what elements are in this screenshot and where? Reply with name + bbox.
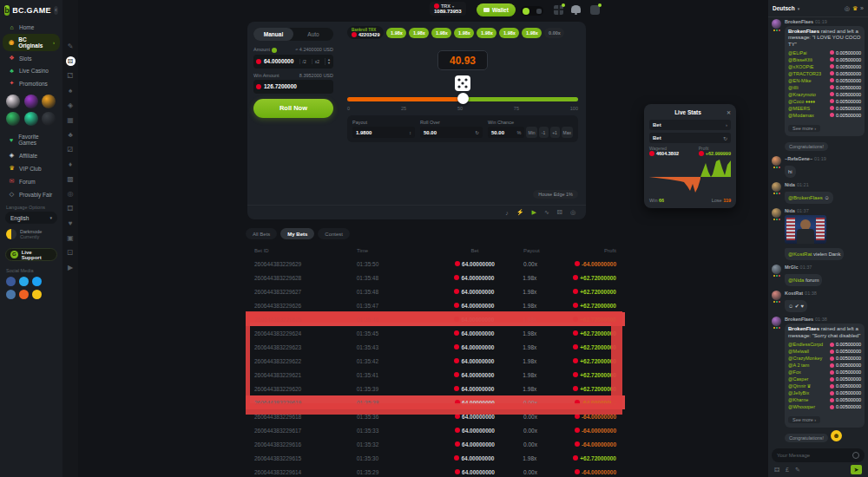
sidebar-item-promotions[interactable]: ✦ Promotions bbox=[3, 77, 60, 89]
table-row[interactable]: 260644383229615 01:35:30 64.00000000 1.9… bbox=[246, 451, 625, 465]
balance-display[interactable]: TRX ▾ 1089.73953 bbox=[430, 2, 466, 16]
chat-username[interactable]: BrokenFlaes01:19 bbox=[785, 19, 865, 24]
live-icon[interactable]: ▶ bbox=[532, 209, 536, 216]
avatar[interactable] bbox=[772, 208, 781, 218]
wallet-button[interactable]: Wallet bbox=[477, 3, 516, 16]
table-row[interactable]: 260644383229627 01:35:48 64.00000000 1.9… bbox=[246, 284, 625, 298]
rain-recipient-name[interactable]: @xXOOPtE bbox=[788, 64, 813, 69]
rain-recipient-name[interactable]: @EndlessCorpd bbox=[788, 342, 823, 347]
social-media-icon[interactable] bbox=[6, 290, 16, 299]
sound-icon[interactable]: ♪ bbox=[505, 210, 509, 216]
sidebar-item-home[interactable]: ⌂ Home bbox=[3, 22, 60, 33]
mention-link[interactable]: @Nida bbox=[788, 278, 804, 283]
live-stats-game-selector[interactable]: Bet› bbox=[649, 120, 731, 130]
featured-game-icon[interactable] bbox=[24, 95, 38, 108]
rain-recipient-name[interactable]: @Krazymoto bbox=[788, 92, 816, 97]
chat-image-meme[interactable] bbox=[785, 215, 826, 244]
payout-input[interactable]: 1.9800↕ bbox=[352, 127, 415, 138]
roll-over-input[interactable]: 50.00↻ bbox=[420, 127, 483, 138]
social-media-icon[interactable] bbox=[32, 290, 42, 299]
bet-amount-input[interactable]: 64.0000000 /2 x2 ▲▼ bbox=[253, 55, 333, 69]
rain-recipient-name[interactable]: @JellyBix bbox=[788, 390, 809, 395]
rain-recipient-name[interactable]: @MEERS bbox=[788, 106, 810, 111]
rail-game-icon[interactable]: ⚄ bbox=[66, 56, 76, 66]
table-row[interactable]: 260644383229621 01:35:41 64.00000000 1.9… bbox=[246, 368, 625, 382]
see-more-button[interactable]: See more › bbox=[788, 416, 820, 423]
table-row[interactable]: 260644383229622 01:35:42 64.00000000 1.9… bbox=[246, 354, 625, 368]
rail-game-icon[interactable]: ⚀ bbox=[66, 248, 76, 258]
help-icon[interactable] bbox=[272, 48, 277, 53]
see-more-button[interactable]: See more › bbox=[788, 125, 820, 132]
rain-recipient-name[interactable]: @Qinnir ♛ bbox=[788, 383, 812, 389]
theme-toggle[interactable]: Darkmode Currently bbox=[0, 224, 62, 245]
rail-game-icon[interactable]: ▶ bbox=[66, 263, 76, 272]
sidebar-item-favorite-games[interactable]: ♥ Favorite Games bbox=[3, 131, 60, 148]
rail-game-icon[interactable]: ◎ bbox=[66, 189, 76, 199]
roll-slider[interactable] bbox=[347, 94, 578, 104]
help-icon[interactable]: ◎ bbox=[570, 209, 575, 216]
chat-username[interactable]: Nida01:37 bbox=[785, 208, 865, 213]
social-media-icon[interactable] bbox=[19, 277, 29, 286]
sidebar-item-slots[interactable]: ❖ Slots bbox=[3, 52, 60, 64]
trophy-icon[interactable]: ♛ bbox=[852, 5, 858, 12]
collapse-chat-icon[interactable]: » bbox=[860, 5, 864, 11]
win-amount-input[interactable]: 126.7200000 bbox=[253, 80, 333, 94]
rail-game-icon[interactable]: ⚃ bbox=[66, 204, 76, 213]
rain-recipient-name[interactable]: @Casper bbox=[788, 376, 808, 382]
notifications-bell-icon[interactable] bbox=[571, 5, 581, 13]
chance-plus1-button[interactable]: +1 bbox=[550, 127, 560, 138]
bets-tab-contest[interactable]: Contest bbox=[318, 228, 350, 239]
featured-game-icon[interactable] bbox=[42, 95, 56, 108]
avatar[interactable] bbox=[772, 291, 781, 300]
rail-game-icon[interactable]: ▣ bbox=[66, 233, 76, 243]
table-row[interactable]: 260644383229623 01:35:43 64.00000000 1.9… bbox=[246, 340, 625, 354]
sidebar-item-vip-club[interactable]: ♛ VIP Club bbox=[3, 162, 60, 174]
sidebar-item-provably-fair[interactable]: ◇ Provably Fair bbox=[3, 188, 60, 200]
swap-icon[interactable]: ↕ bbox=[409, 130, 411, 135]
rain-recipient-name[interactable]: @Fox bbox=[788, 369, 801, 375]
social-media-icon[interactable] bbox=[32, 277, 42, 286]
table-row[interactable]: 260644383229614 01:35:29 64.00000000 0.0… bbox=[246, 465, 625, 477]
rain-recipient-name[interactable]: @EN-Mike bbox=[788, 78, 812, 83]
chance-min-button[interactable]: Min bbox=[526, 127, 536, 138]
close-icon[interactable]: ✕ bbox=[727, 109, 731, 115]
chat-username[interactable]: KostRat01:38 bbox=[785, 291, 865, 296]
chat-username[interactable]: BrokenFlaes01:38 bbox=[785, 317, 865, 322]
rain-recipient-name[interactable]: @TRACTOR23 bbox=[788, 71, 821, 76]
rain-recipient-name[interactable]: @Kharne bbox=[788, 397, 808, 402]
mention-link[interactable]: @BrokenFlaes bbox=[788, 195, 823, 200]
table-row[interactable]: 260644383229626 01:35:47 64.00000000 1.9… bbox=[246, 298, 625, 312]
table-row[interactable]: 260644383229617 01:35:33 64.00000000 0.0… bbox=[246, 423, 625, 437]
table-row[interactable]: 260644383229616 01:35:32 64.00000000 0.0… bbox=[246, 437, 625, 451]
amount-stepper[interactable]: ▲▼ bbox=[325, 58, 331, 65]
chat-rules-icon[interactable]: ◎ bbox=[845, 5, 850, 12]
rain-recipient-name[interactable]: @CrazyMonkey bbox=[788, 356, 822, 361]
avatar[interactable] bbox=[772, 156, 781, 166]
avatar[interactable] bbox=[772, 19, 781, 29]
refresh-icon[interactable]: ↻ bbox=[475, 130, 479, 135]
half-bet-button[interactable]: /2 bbox=[299, 59, 309, 64]
chat-username[interactable]: ~RefaGene~01:19 bbox=[785, 156, 865, 161]
turbo-icon[interactable]: ⚡ bbox=[516, 209, 524, 216]
table-row[interactable]: 260644383229624 01:35:45 64.00000000 1.9… bbox=[246, 326, 625, 340]
rain-recipient-name[interactable]: @BisseKfili bbox=[788, 57, 812, 62]
table-row[interactable]: 260644383229618 01:35:36 64.00000000 0.0… bbox=[246, 409, 625, 423]
live-support-button[interactable]: G Live Support bbox=[5, 248, 57, 261]
rewards-gift-icon[interactable] bbox=[554, 5, 563, 15]
emoji-picker-button[interactable]: ☻ bbox=[831, 430, 842, 441]
roll-now-button[interactable]: Roll Now bbox=[253, 99, 333, 118]
trend-icon[interactable]: ∿ bbox=[544, 209, 549, 216]
send-message-button[interactable]: ➤ bbox=[851, 465, 862, 474]
chance-max-button[interactable]: Max bbox=[562, 127, 573, 138]
tab-manual[interactable]: Manual bbox=[253, 28, 293, 41]
dice-icon[interactable]: ⚄ bbox=[557, 209, 562, 216]
chat-message-input[interactable]: Your Message bbox=[772, 448, 865, 462]
sidebar-item-live-casino[interactable]: ♣ Live Casino bbox=[3, 65, 60, 76]
rain-recipient-name[interactable]: @Coco ♦♦♦♦ bbox=[788, 99, 815, 104]
rail-game-icon[interactable]: ▩ bbox=[66, 174, 76, 184]
sidebar-item-bc-originals[interactable]: ◉ BC Originals› bbox=[3, 34, 60, 51]
sidebar-item-forum[interactable]: ✉ Forum bbox=[3, 175, 60, 187]
table-row[interactable]: 260644383229628 01:35:48 64.00000000 1.9… bbox=[246, 271, 625, 284]
rail-game-icon[interactable]: ⚂ bbox=[66, 145, 76, 154]
rail-game-icon[interactable]: ⚁ bbox=[66, 71, 76, 81]
